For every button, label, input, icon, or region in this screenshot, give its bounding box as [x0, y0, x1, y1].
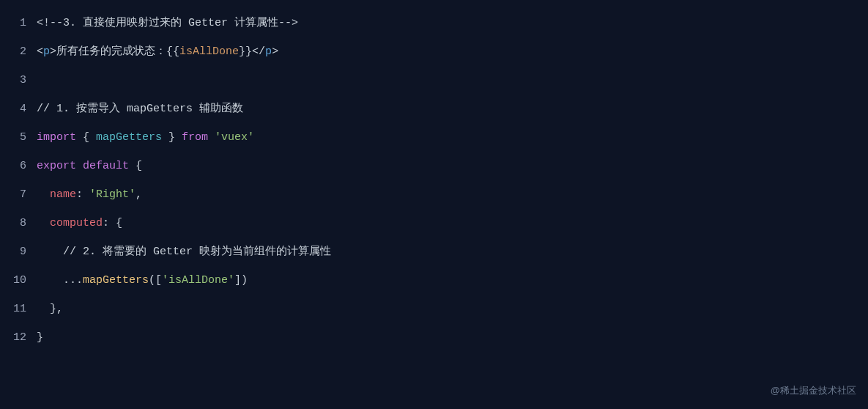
line-number: 1 — [0, 9, 37, 37]
line-content: } — [37, 323, 43, 352]
code-token: isAllDone — [179, 45, 239, 58]
code-token: : — [76, 188, 89, 201]
code-token — [37, 217, 50, 229]
code-token: 'isAllDone' — [162, 274, 234, 287]
line-content: name: 'Right', — [37, 180, 142, 209]
code-token: 'vuex' — [215, 131, 254, 144]
line-number: 10 — [0, 266, 37, 295]
code-line: 4// 1. 按需导入 mapGetters 辅助函数 — [0, 95, 868, 123]
code-token: ([ — [149, 274, 162, 287]
code-line: 1<!--3. 直接使用映射过来的 Getter 计算属性--> — [0, 9, 868, 37]
code-token: : { — [103, 217, 122, 229]
code-token: // 2. 将需要的 Getter 映射为当前组件的计算属性 — [37, 246, 331, 258]
line-number: 6 — [0, 152, 37, 180]
code-token: { — [76, 131, 96, 144]
line-number: 2 — [0, 37, 37, 66]
code-token: default — [83, 160, 129, 172]
line-number: 12 — [0, 323, 37, 352]
code-token: </ — [252, 45, 265, 58]
code-token: <!--3. 直接使用映射过来的 Getter 计算属性--> — [37, 17, 298, 29]
code-line: 8 computed: { — [0, 209, 868, 237]
line-content: <!--3. 直接使用映射过来的 Getter 计算属性--> — [37, 9, 298, 37]
line-content: ...mapGetters(['isAllDone']) — [37, 266, 248, 295]
code-line: 11 }, — [0, 295, 868, 323]
code-line: 3 — [0, 66, 868, 95]
line-number: 8 — [0, 209, 37, 237]
code-token: } — [162, 131, 182, 144]
code-line: 6export default { — [0, 152, 868, 180]
code-token: export — [37, 160, 76, 172]
code-token: import — [37, 131, 76, 144]
code-token: ]) — [234, 274, 248, 287]
code-token: mapGetters — [83, 274, 149, 287]
code-token — [76, 160, 83, 172]
line-number: 9 — [0, 237, 37, 266]
code-token: 所有任务的完成状态： — [56, 45, 166, 58]
code-token: < — [37, 45, 43, 58]
code-editor: 1<!--3. 直接使用映射过来的 Getter 计算属性-->2<p>所有任务… — [0, 9, 868, 352]
line-content: export default { — [37, 152, 142, 180]
code-token: > — [50, 45, 56, 58]
line-number: 3 — [0, 66, 37, 95]
code-token: // 1. 按需导入 mapGetters 辅助函数 — [37, 103, 243, 115]
code-token: computed — [50, 217, 103, 229]
code-token: > — [272, 45, 278, 58]
line-content: import { mapGetters } from 'vuex' — [37, 123, 254, 152]
code-line: 9 // 2. 将需要的 Getter 映射为当前组件的计算属性 — [0, 237, 868, 266]
code-token: p — [43, 45, 50, 58]
line-number: 11 — [0, 295, 37, 323]
code-token: p — [265, 45, 272, 58]
code-line: 12} — [0, 323, 868, 352]
code-token: , — [136, 188, 142, 201]
code-token — [208, 131, 215, 144]
code-line: 5import { mapGetters } from 'vuex' — [0, 123, 868, 152]
code-token: {{ — [166, 45, 179, 58]
code-token: 'Right' — [89, 188, 136, 201]
line-content: <p>所有任务的完成状态：{{isAllDone}}</p> — [37, 37, 278, 66]
line-number: 7 — [0, 180, 37, 209]
line-number: 4 — [0, 95, 37, 123]
code-token: name — [50, 188, 76, 201]
code-token: from — [182, 131, 208, 144]
code-token: ... — [37, 274, 83, 287]
line-content: // 2. 将需要的 Getter 映射为当前组件的计算属性 — [37, 237, 331, 266]
code-token: mapGetters — [96, 131, 162, 144]
line-content: computed: { — [37, 209, 122, 237]
line-number: 5 — [0, 123, 37, 152]
code-token: }} — [239, 45, 252, 58]
watermark-text: @稀土掘金技术社区 — [771, 378, 856, 403]
code-line: 7 name: 'Right', — [0, 180, 868, 209]
line-content: // 1. 按需导入 mapGetters 辅助函数 — [37, 95, 243, 123]
code-line: 10 ...mapGetters(['isAllDone']) — [0, 266, 868, 295]
code-token: { — [129, 160, 142, 172]
code-token: } — [37, 331, 43, 344]
code-token — [37, 188, 50, 201]
code-line: 2<p>所有任务的完成状态：{{isAllDone}}</p> — [0, 37, 868, 66]
code-token: }, — [37, 303, 63, 315]
line-content: }, — [37, 295, 63, 323]
